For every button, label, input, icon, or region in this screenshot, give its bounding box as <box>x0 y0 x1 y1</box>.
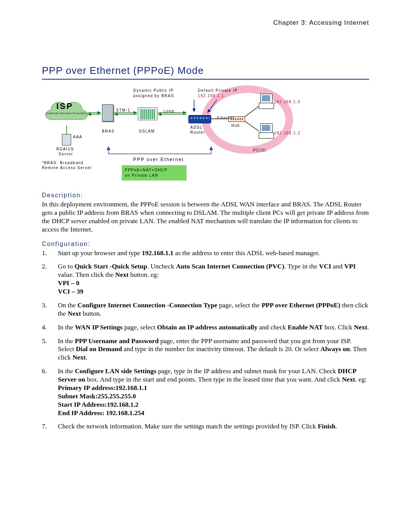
s3a: On the <box>58 301 78 309</box>
radius-label: RDAIUS <box>56 147 74 151</box>
s2e: . Type in the <box>284 262 319 270</box>
s3g: button. <box>81 310 101 317</box>
s2j: Next <box>115 271 129 278</box>
pppoe-diagram: ISP (Internet Service Provider) AAA RDAI… <box>42 85 293 184</box>
s6h: Primary IP address:192.168.1.1 <box>58 384 147 391</box>
description-text: In this deployment environment, the PPPo… <box>42 200 369 234</box>
s4h: Next <box>354 323 367 331</box>
s6g: . eg: <box>355 375 366 383</box>
s2a: Go to <box>58 262 75 270</box>
s2h: VPI <box>344 262 355 270</box>
config-step-2: Go to Quick Start -Quick Setup. Uncheck … <box>42 262 369 296</box>
s3d: PPP over Ethernet (PPPoE) <box>261 301 340 309</box>
s7c: . <box>336 422 337 430</box>
s4c: page, select <box>123 323 157 331</box>
s2b: Quick Start -Quick Setup <box>75 262 147 270</box>
s6a: In the <box>58 367 75 375</box>
s6c: page, type in the IP address and subnet … <box>156 367 338 375</box>
s2m: VCI – 39 <box>58 288 83 295</box>
s4f: Enable NAT <box>288 323 323 331</box>
pc1-icon <box>259 94 274 109</box>
pppoe-nat-dhcp-box: PPPoE+NAT+DHCP on Private LAN <box>122 165 186 181</box>
dynamic-ip-label-l2: assigned by BRAS <box>133 94 174 98</box>
config-step-4: In the WAN IP Settings page, select Obta… <box>42 323 369 332</box>
aaa-label: AAA <box>73 135 83 139</box>
s6k: End IP Address: 192.168.1.254 <box>58 409 144 417</box>
pcs-label: PC(S) <box>253 148 266 152</box>
s3b: Configure Internet Connection -Connectio… <box>78 301 218 309</box>
s6f: Next <box>342 375 355 383</box>
s5f: Always on <box>320 345 350 353</box>
isp-label: ISP <box>56 101 73 111</box>
s4a: In the <box>58 323 75 331</box>
config-step-5: In the PPP Username and Password page, e… <box>42 337 369 362</box>
s5i: . <box>86 353 87 361</box>
s3f: Next <box>68 310 81 317</box>
s5e: and type in the number for inactivity ti… <box>122 345 320 353</box>
s5d: Dial on Demand <box>76 345 122 353</box>
s3c: page, select the <box>217 301 261 309</box>
s1b: 192.168.1.1 <box>142 249 174 257</box>
adsl-router-icon <box>188 115 211 123</box>
green-box-l1: PPPoE+NAT+DHCP <box>125 168 183 173</box>
s2l: VPI – 0 <box>58 279 79 287</box>
green-box-l2: on Private LAN <box>125 173 183 178</box>
bras-label: BRAS <box>102 129 115 133</box>
svg-marker-16 <box>209 146 213 150</box>
s5h: Next <box>72 353 86 361</box>
s2i: value. Then click the <box>58 271 115 278</box>
s4e: and check <box>258 323 288 331</box>
s6e: box. And type in the start and end point… <box>85 375 342 383</box>
s2c: . Uncheck <box>147 262 176 270</box>
s6i: Subnet Mask:255.255.255.0 <box>58 392 136 400</box>
config-step-3: On the Configure Internet Connection -Co… <box>42 301 369 318</box>
dynamic-ip-label-l1: Dynamic Public IP <box>133 88 174 93</box>
loop-label: Loop <box>164 109 174 113</box>
s4i: . <box>367 323 369 331</box>
svg-marker-15 <box>107 146 110 150</box>
s2d: Auto Scan Internet Connection (PVC) <box>176 262 284 270</box>
s2g: and <box>331 262 344 270</box>
page-title: PPP over Ethernet (PPPoE) Mode <box>42 65 369 80</box>
s5a: In the <box>58 337 75 345</box>
svg-line-8 <box>244 120 259 131</box>
default-ip-label-l1: Default Private IP <box>198 88 238 93</box>
config-step-7: Check the network information. Make sure… <box>42 422 369 431</box>
s6j: Start IP Address:192.168.1.2 <box>58 401 139 408</box>
bras-icon <box>102 104 113 121</box>
s2k: button. eg: <box>129 271 159 278</box>
s5b: PPP Username and Password <box>75 337 159 345</box>
adsl-router-label-l2: Router <box>190 130 205 134</box>
adsl-router-label-l1: ADSL <box>190 125 202 129</box>
pc2-ip-label: 192.168.1.2 <box>274 131 300 135</box>
config-step-6: In the Configure LAN side Settings page,… <box>42 367 369 417</box>
config-step-1: Start up your browser and type 192.168.1… <box>42 249 369 257</box>
dslam-label: DSLAM <box>139 129 155 133</box>
s7a: Check the network information. Make sure… <box>58 422 318 430</box>
s6b: Configure LAN side Settings <box>75 367 156 375</box>
s4d: Obtain an IP address automatically <box>157 323 258 331</box>
svg-line-7 <box>244 106 259 118</box>
configuration-heading: Configuration: <box>42 241 369 248</box>
hub-label: Hub <box>231 123 240 128</box>
pc1-ip-label: 192.168.1.3 <box>274 100 300 104</box>
s4b: WAN IP Settings <box>75 323 123 331</box>
svg-line-11 <box>207 100 217 113</box>
default-ip-label-l2: 192.168.1.1 <box>198 94 224 98</box>
ethernet-label: Ethernet <box>217 116 234 120</box>
description-heading: Description: <box>42 192 369 199</box>
pc2-icon <box>259 123 274 139</box>
chapter-header: Chapter 3: Accessing Internet <box>42 19 369 27</box>
s2f: VCI <box>319 262 331 270</box>
radius-server-icon <box>62 134 71 145</box>
s1c: as the address to enter this ADSL web-ba… <box>174 249 320 257</box>
ppp-caption: PPP over Ethernet <box>133 157 184 162</box>
radius-sub-label: Server <box>59 152 73 156</box>
stm-label: STM-1 <box>116 108 131 112</box>
s4g: box. Click <box>323 323 354 331</box>
bras-note-line1: *BRAS: Broadband <box>42 161 84 165</box>
configuration-list: Start up your browser and type 192.168.1… <box>42 249 369 431</box>
s1a: Start up your browser and type <box>58 249 142 257</box>
s7b: Finish <box>318 422 336 430</box>
bras-note-line2: Remote Access Server <box>42 166 92 170</box>
